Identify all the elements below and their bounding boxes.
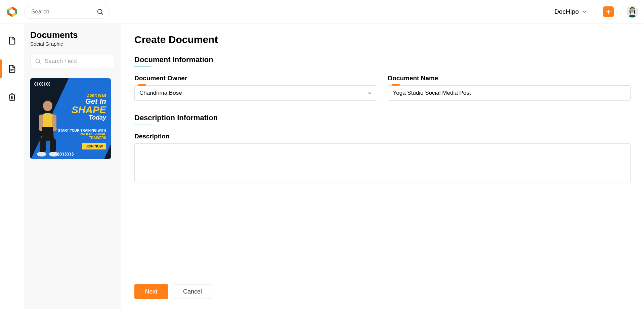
chevron-down-icon — [582, 9, 587, 14]
svg-rect-13 — [39, 115, 43, 128]
person-illustration — [32, 96, 69, 157]
svg-line-11 — [39, 62, 41, 64]
input-document-name-wrap — [388, 85, 631, 101]
workspace-name: DocHipo — [554, 8, 579, 15]
label-document-name: Document Name — [388, 75, 631, 82]
global-search-input[interactable] — [31, 8, 92, 15]
rail-item-trash[interactable] — [0, 87, 24, 107]
field-document-name: Document Name — [388, 75, 631, 101]
svg-rect-17 — [40, 138, 46, 153]
user-avatar[interactable] — [627, 6, 638, 17]
rail-item-documents[interactable] — [0, 59, 24, 79]
field-search-input[interactable] — [45, 58, 115, 64]
form-row-description: Description — [134, 133, 631, 184]
global-search[interactable] — [24, 5, 110, 19]
section-document-information: Document Information — [134, 55, 631, 67]
form-actions: Next Cancel — [134, 277, 631, 299]
page-title: Create Document — [134, 34, 631, 45]
textarea-description[interactable] — [134, 143, 631, 182]
select-document-owner[interactable]: Chandrima Bose — [134, 85, 377, 101]
svg-point-10 — [36, 59, 40, 63]
svg-rect-18 — [50, 138, 56, 153]
workspace-dropdown[interactable]: DocHipo — [554, 8, 587, 15]
svg-point-0 — [98, 9, 102, 14]
template-thumbnail[interactable]: ❮❮❮❮❮❮❮ Don't Wait Get In SHAPE Today — [30, 78, 111, 159]
file-icon — [7, 36, 17, 45]
cancel-button[interactable]: Cancel — [174, 284, 211, 299]
section-description-information: Description Information — [134, 114, 631, 125]
trash-icon — [8, 93, 16, 101]
rail-item-blank-document[interactable] — [0, 31, 24, 51]
svg-point-19 — [37, 152, 46, 157]
next-button[interactable]: Next — [134, 284, 168, 299]
document-icon — [7, 64, 17, 74]
panel-subtype: Social Graphic — [30, 41, 115, 47]
label-description: Description — [134, 133, 631, 140]
svg-line-1 — [101, 13, 103, 14]
chevron-down-icon — [368, 91, 372, 95]
select-value: Chandrima Bose — [139, 90, 182, 96]
panel-title: Documents — [30, 30, 115, 40]
field-document-owner: Document Owner Chandrima Bose — [134, 75, 377, 101]
search-icon — [96, 8, 104, 15]
documents-panel: Documents Social Graphic ❮❮❮❮❮❮❮ — [24, 24, 121, 309]
icon-rail — [0, 24, 24, 309]
input-document-name[interactable] — [393, 86, 626, 100]
field-search[interactable] — [30, 54, 115, 68]
main: Documents Social Graphic ❮❮❮❮❮❮❮ — [0, 24, 644, 309]
form-row-info: Document Owner Chandrima Bose Document N… — [134, 75, 631, 101]
svg-point-5 — [630, 8, 635, 13]
search-icon — [35, 58, 41, 64]
thumb-headline: Don't Wait Get In SHAPE Today — [72, 93, 106, 121]
create-button[interactable] — [603, 6, 614, 17]
plus-icon — [605, 9, 611, 15]
content: Create Document Document Information Doc… — [121, 24, 644, 309]
topbar: DocHipo — [0, 0, 644, 24]
field-description: Description — [134, 133, 631, 184]
thumb-cta: JOIN NOW — [82, 143, 106, 149]
thumb-subtext: START YOUR TRAINING WITH PROFESSIONAL TR… — [58, 129, 106, 140]
label-document-owner: Document Owner — [134, 75, 377, 82]
chevron-left-decor: ❮❮❮❮❮❮❮ — [34, 82, 50, 86]
chevron-right-decor: ❯❯❯❯❯❯❯ — [57, 152, 74, 156]
app-logo — [6, 6, 18, 18]
svg-rect-14 — [52, 115, 56, 128]
